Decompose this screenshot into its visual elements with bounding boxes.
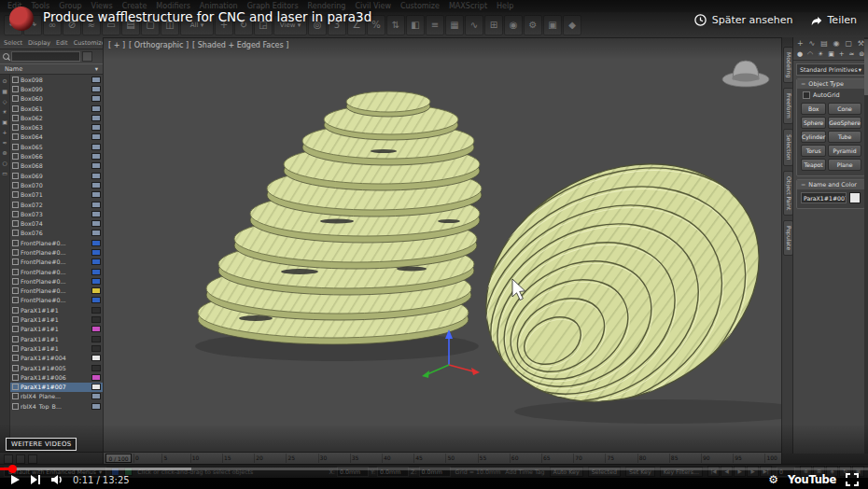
list-item[interactable]: FrontPlane#0... [10,296,103,305]
list-item[interactable]: Box063 [10,122,103,132]
list-item[interactable]: rblX4_Top_B... [10,401,103,411]
left-waffle-object[interactable] [195,91,482,361]
list-item[interactable]: ParaX1#1#007 [10,383,103,392]
ribbon-tab-selection[interactable]: Selection [783,129,793,166]
primitives-dropdown[interactable]: Standard Primitives ▾ [796,63,865,76]
filter-helpers-icon[interactable]: + [2,129,7,135]
color-swatch[interactable] [91,86,101,92]
list-item[interactable]: ParaX1#1#1 [10,343,103,353]
list-item[interactable]: FrontPlane#0... [10,238,103,247]
list-item[interactable]: ParaX1#1#1 [10,325,103,334]
color-swatch[interactable] [91,249,101,256]
color-swatch[interactable] [91,153,101,160]
object-color-swatch[interactable] [849,192,861,203]
color-swatch[interactable] [91,316,101,323]
button-cylinder[interactable]: Cylinder [801,131,826,143]
color-swatch[interactable] [91,230,101,236]
ribbon-tab-populate[interactable]: Populate [783,220,793,256]
list-item[interactable]: Box072 [10,200,103,209]
list-item[interactable]: FrontPlane#0... [10,276,103,286]
play-button[interactable] [9,474,21,485]
list-item[interactable]: FrontPlane#0... [10,247,103,257]
list-item[interactable]: FrontPlane#0... [10,267,103,276]
color-swatch[interactable] [91,374,101,381]
color-swatch[interactable] [91,326,101,332]
volume-button[interactable] [50,474,63,485]
color-swatch[interactable] [91,336,101,342]
filter-systems-icon[interactable]: ⊚ [2,149,7,156]
button-tube[interactable]: Tube [828,131,861,143]
watch-later-button[interactable]: Später ansehen [693,13,793,27]
button-plane[interactable]: Plane [828,159,861,171]
next-button[interactable] [30,474,41,485]
button-pyramid[interactable]: Pyramid [828,145,861,157]
color-swatch[interactable] [91,77,101,83]
settings-button[interactable]: ⚙ [768,474,778,485]
list-item[interactable]: Box064 [10,133,103,142]
list-item[interactable]: Box066 [10,151,103,161]
share-button[interactable]: Teilen [810,14,857,27]
button-sphere[interactable]: Sphere [801,117,826,129]
color-swatch[interactable] [91,297,101,303]
color-swatch[interactable] [91,258,101,265]
list-item[interactable]: Box074 [10,218,103,228]
filter-bones-icon[interactable]: ○ [2,160,7,166]
color-swatch[interactable] [91,345,101,352]
list-item[interactable]: Box068 [10,161,103,171]
color-swatch[interactable] [91,403,101,410]
list-item[interactable]: Box062 [10,113,103,122]
list-item[interactable]: Box069 [10,171,103,180]
color-swatch[interactable] [91,173,101,179]
color-swatch[interactable] [91,393,101,399]
filter-cameras-icon[interactable]: ▣ [2,119,7,125]
more-videos-badge[interactable]: WEITERE VIDEOS [6,438,77,451]
color-swatch[interactable] [91,287,101,294]
color-swatch[interactable] [91,144,101,150]
color-swatch[interactable] [91,278,101,285]
list-item[interactable]: Box098 [10,75,103,84]
filter-shapes-icon[interactable]: ◇ [3,98,7,105]
filter-all-icon[interactable]: ⊙ [2,77,7,84]
list-item[interactable]: Box071 [10,190,103,200]
filter-geometry-icon[interactable]: ▦ [2,88,7,94]
list-item[interactable]: Box073 [10,209,103,218]
button-cone[interactable]: Cone [828,103,861,115]
color-swatch[interactable] [91,105,101,112]
object-name-field[interactable]: ParaX1#1#007 [801,192,847,203]
list-item[interactable]: ParaX1#1#1 [10,305,103,314]
color-swatch[interactable] [91,191,101,198]
button-geosphere[interactable]: GeoSphere [828,117,861,129]
color-swatch[interactable] [91,95,101,102]
list-item[interactable]: ParaX1#1#1 [10,314,103,324]
color-swatch[interactable] [91,269,101,275]
list-item[interactable]: ParaX1#1#006 [10,372,103,382]
viewport[interactable]: [ + ] [ Orthographic ] [ Shaded + Edged … [103,37,782,454]
color-swatch[interactable] [91,133,101,140]
hat-object[interactable] [722,61,769,87]
list-item[interactable]: ParaX1#1#004 [10,354,103,363]
color-swatch[interactable] [91,124,101,131]
video-title[interactable]: Produce wafflestructure for CNC and lase… [43,9,371,24]
list-item[interactable]: rblX4_Plane... [10,392,103,401]
color-swatch[interactable] [91,211,101,217]
color-swatch[interactable] [91,240,101,246]
list-item[interactable]: Box060 [10,94,103,104]
color-swatch[interactable] [91,162,101,169]
filter-spacewarps-icon[interactable]: ≈ [2,139,7,146]
color-swatch[interactable] [91,220,101,227]
color-swatch[interactable] [91,355,101,361]
color-swatch[interactable] [91,307,101,314]
button-torus[interactable]: Torus [801,145,826,157]
list-item[interactable]: ParaX1#1#1 [10,334,103,343]
button-teapot[interactable]: Teapot [801,159,826,171]
list-item[interactable]: Box070 [10,180,103,189]
color-swatch[interactable] [91,202,101,208]
name-color-rollout-header[interactable]: − Name and Color [797,180,864,189]
color-swatch[interactable] [91,115,101,121]
list-item[interactable]: Box061 [10,104,103,113]
ribbon-tab-freeform[interactable]: Freeform [783,88,793,124]
autogrid-checkbox[interactable] [803,91,810,99]
filter-lights-icon[interactable]: ☀ [2,108,7,115]
list-item[interactable]: FrontPlane#0... [10,286,103,296]
color-swatch[interactable] [91,182,101,189]
